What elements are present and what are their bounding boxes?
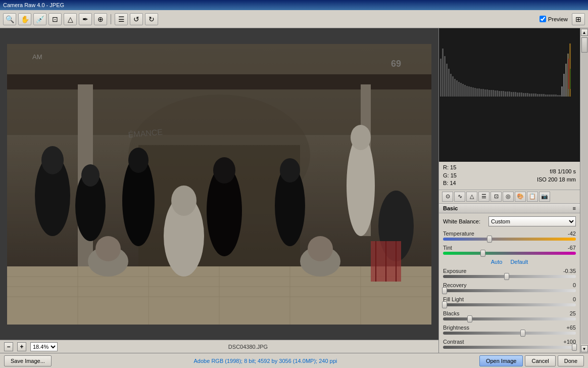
svg-rect-104 xyxy=(561,86,563,97)
image-footer: − + 18.4% 25% 50% 100% DSC04380.JPG xyxy=(0,340,438,353)
retouch-btn[interactable]: ✒ xyxy=(79,13,92,25)
panel-header: Basic ≡ xyxy=(439,204,580,213)
hsl-btn[interactable]: ☰ xyxy=(478,192,489,202)
svg-rect-48 xyxy=(448,69,450,97)
svg-rect-52 xyxy=(456,80,458,97)
svg-rect-65 xyxy=(482,89,484,97)
redo-btn[interactable]: ↻ xyxy=(145,13,158,25)
fill-light-thumb[interactable] xyxy=(442,301,447,308)
open-image-btn[interactable]: Open Image xyxy=(479,355,523,366)
exposure-track[interactable] xyxy=(443,275,576,278)
recovery-track[interactable] xyxy=(443,289,576,292)
svg-rect-77 xyxy=(507,91,508,97)
tool-icons-row: ⊙ ∿ △ ☰ ⊡ ◎ 🎨 📋 📷 xyxy=(439,190,580,204)
svg-rect-54 xyxy=(460,83,462,97)
save-image-btn[interactable]: Save Image... xyxy=(4,355,52,366)
tint-track[interactable] xyxy=(443,252,576,255)
temperature-thumb[interactable] xyxy=(487,236,492,243)
presets-btn[interactable]: 📋 xyxy=(527,192,538,202)
wb-select[interactable]: Custom As Shot Auto Daylight Cloudy xyxy=(488,216,576,226)
content-area: ÉMANCE xyxy=(0,28,588,353)
recovery-thumb[interactable] xyxy=(442,287,447,294)
rgb-info-row: R: 15 G: 15 B: 14 f/8 1/100 s ISO 200 18… xyxy=(439,162,580,190)
fullscreen-btn[interactable]: ⊞ xyxy=(572,13,585,25)
exposure-label: Exposure xyxy=(443,268,486,274)
zoom-out-btn[interactable]: − xyxy=(4,342,13,351)
pan-tool-btn[interactable]: ✋ xyxy=(18,13,31,25)
svg-rect-61 xyxy=(474,88,476,97)
contrast-thumb[interactable] xyxy=(572,344,577,351)
svg-rect-101 xyxy=(555,95,557,97)
brightness-track[interactable] xyxy=(443,332,576,335)
lenscorr-btn[interactable]: ◎ xyxy=(503,192,514,202)
svg-rect-103 xyxy=(559,95,561,97)
cancel-btn[interactable]: Cancel xyxy=(525,355,555,366)
svg-rect-68 xyxy=(488,90,490,97)
svg-rect-95 xyxy=(543,94,545,97)
detail-btn[interactable]: △ xyxy=(466,192,477,202)
camera-calib-btn[interactable]: 🎨 xyxy=(515,192,526,202)
fill-light-track[interactable] xyxy=(443,303,576,306)
blacks-thumb[interactable] xyxy=(467,315,472,323)
svg-rect-90 xyxy=(533,94,534,97)
tint-thumb[interactable] xyxy=(480,250,485,257)
zoom-select[interactable]: 18.4% 25% 50% 100% xyxy=(30,342,58,351)
crop-btn[interactable]: ⊡ xyxy=(48,13,62,25)
done-btn[interactable]: Done xyxy=(558,355,584,366)
preview-label[interactable]: Preview xyxy=(548,16,568,22)
toolbar: 🔍 ✋ 💉 ⊡ △ ✒ ⊕ ☰ ↺ ↻ Preview ⊞ xyxy=(0,10,588,28)
contrast-track[interactable] xyxy=(443,346,576,349)
svg-rect-63 xyxy=(478,88,480,97)
svg-rect-99 xyxy=(551,95,553,97)
eyedropper-btn[interactable]: 💉 xyxy=(33,13,46,25)
list-btn[interactable]: ☰ xyxy=(115,13,128,25)
exposure-thumb[interactable] xyxy=(504,273,509,280)
redeye-btn[interactable]: ⊕ xyxy=(94,13,107,25)
scroll-track[interactable] xyxy=(581,37,588,344)
preview-checkbox[interactable] xyxy=(540,16,546,22)
scroll-up-btn[interactable]: ▲ xyxy=(581,29,588,36)
exposure-row: Exposure -0.35 xyxy=(443,268,576,278)
svg-rect-109 xyxy=(568,59,569,89)
svg-rect-62 xyxy=(476,88,478,97)
fill-light-row: Fill Light 0 xyxy=(443,296,576,306)
scroll-thumb[interactable] xyxy=(581,37,587,53)
focal: 18 mm xyxy=(559,176,576,182)
undo-btn[interactable]: ↺ xyxy=(130,13,143,25)
r-value: R: 15 xyxy=(443,164,457,171)
auto-btn[interactable]: Auto xyxy=(491,259,503,265)
zoom-in-btn[interactable]: + xyxy=(17,342,26,351)
svg-rect-57 xyxy=(466,86,468,97)
exposure-value: -0.35 xyxy=(558,268,576,274)
default-btn[interactable]: Default xyxy=(510,259,528,265)
straighten-btn[interactable]: △ xyxy=(64,13,77,25)
contrast-row: Contrast +100 xyxy=(443,339,576,349)
snapshots-btn[interactable]: 📷 xyxy=(539,192,550,202)
temperature-label-row: Temperature -42 xyxy=(443,231,576,237)
fill-light-value: 0 xyxy=(558,296,576,302)
splitton-btn[interactable]: ⊡ xyxy=(491,192,502,202)
temperature-track[interactable] xyxy=(443,238,576,241)
svg-rect-84 xyxy=(521,93,522,97)
svg-rect-44 xyxy=(440,59,442,97)
b-value: B: 14 xyxy=(443,179,457,187)
svg-rect-69 xyxy=(491,90,492,97)
svg-text:AM: AM xyxy=(32,53,42,61)
basic-panel-btn[interactable]: ⊙ xyxy=(442,192,453,202)
tonecurve-btn[interactable]: ∿ xyxy=(454,192,465,202)
svg-rect-94 xyxy=(541,94,543,97)
right-panel-wrapper: R: 15 G: 15 B: 14 f/8 1/100 s ISO 200 18… xyxy=(438,28,588,353)
scrollbar[interactable]: ▲ ▼ xyxy=(580,28,588,353)
svg-rect-79 xyxy=(511,92,512,97)
blacks-row: Blacks 25 xyxy=(443,310,576,320)
panel-menu-icon[interactable]: ≡ xyxy=(573,205,576,211)
brightness-thumb[interactable] xyxy=(520,330,525,337)
svg-rect-81 xyxy=(515,92,516,97)
scroll-down-btn[interactable]: ▼ xyxy=(581,345,588,352)
zoom-tool-btn[interactable]: 🔍 xyxy=(3,13,16,25)
blacks-track[interactable] xyxy=(443,317,576,320)
svg-rect-98 xyxy=(549,95,551,97)
svg-rect-56 xyxy=(464,85,466,97)
temperature-value: -42 xyxy=(558,231,576,237)
tint-label: Tint xyxy=(443,245,486,251)
